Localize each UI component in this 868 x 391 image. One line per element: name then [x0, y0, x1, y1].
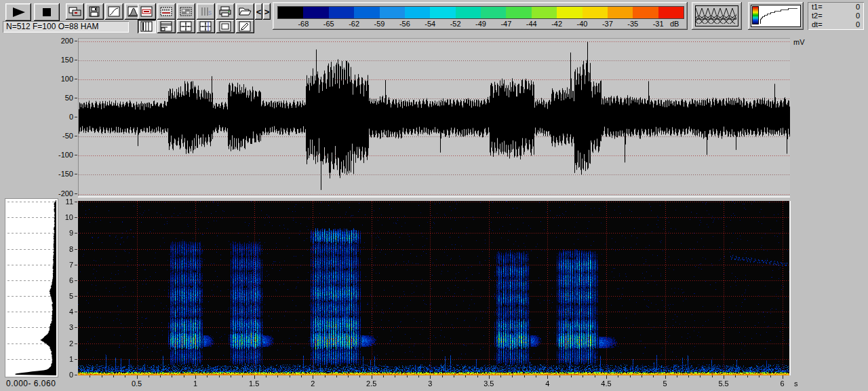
layout-rows-button[interactable]	[157, 20, 176, 33]
layout-columns-icon	[140, 21, 154, 32]
layout-frame-button[interactable]	[216, 20, 235, 33]
time-tick	[665, 375, 666, 379]
time-tick	[747, 375, 748, 377]
t1-value: 0	[856, 3, 860, 11]
time-tick	[536, 375, 536, 377]
spectrogram-ytick	[75, 312, 77, 312]
time-tick	[571, 375, 572, 377]
time-tick	[102, 375, 102, 377]
spectrogram-ytick	[75, 375, 77, 375]
oscillogram-ytick-label: -100	[41, 151, 73, 159]
play-button[interactable]	[5, 3, 31, 21]
fft-settings-status: N=512 F=100 O=88 HAM	[3, 21, 129, 33]
layout-columns-button[interactable]	[138, 20, 156, 33]
selection-button[interactable]	[177, 3, 195, 20]
time-tick	[724, 375, 724, 379]
time-tick	[290, 375, 290, 377]
time-tick-label: 3.5	[479, 379, 499, 388]
open-button[interactable]	[236, 3, 254, 20]
colorbar-segment	[481, 7, 506, 18]
oscillogram-ytick-label: 150	[41, 56, 73, 64]
print-icon	[218, 6, 233, 17]
spectrogram-ytick-label: 2	[53, 340, 73, 348]
layout-edit-button[interactable]	[236, 20, 254, 33]
contrast-curve-panel[interactable]	[748, 2, 804, 30]
oscillogram-unit-label: mV	[793, 38, 805, 46]
spectrogram-ytick	[75, 233, 77, 234]
colorbar-segment	[405, 7, 430, 18]
divider-bevel	[78, 196, 790, 198]
window-overlap-panel[interactable]	[692, 2, 742, 30]
oscillogram-ytick	[75, 117, 77, 117]
time-tick	[149, 375, 149, 377]
colorbar-tick-label: -65	[317, 20, 340, 28]
spectrogram-display[interactable]	[78, 201, 789, 375]
time-tick	[313, 375, 313, 379]
time-range-label: 0.000- 6.060	[6, 379, 56, 388]
colorbar-tick-label: -59	[368, 20, 391, 28]
time-tick-label: 4	[537, 379, 557, 388]
colorbar-segment	[532, 7, 557, 18]
stop-button[interactable]	[34, 3, 60, 21]
spectrogram-ytick-label: 4	[53, 308, 73, 316]
time-tick	[618, 375, 618, 377]
colorbar-segment	[354, 7, 379, 18]
time-tick	[595, 375, 595, 377]
spectrogram-ytick	[75, 359, 77, 360]
layout-grid-button[interactable]	[177, 20, 195, 33]
time-tick	[653, 375, 654, 377]
prev-button[interactable]: <	[255, 3, 262, 20]
oscillogram-ytick	[75, 193, 77, 194]
copy-window-button[interactable]	[66, 3, 84, 20]
mean-spectrum-panel[interactable]	[5, 198, 58, 377]
colorbar-gradient	[277, 6, 684, 19]
measure-icon	[159, 6, 174, 17]
time-tick	[359, 375, 360, 377]
time-tick	[219, 375, 220, 377]
colorbar-segment	[658, 7, 684, 18]
play-icon	[8, 6, 28, 18]
colorbar-tick-label: -44	[520, 20, 543, 28]
spectrogram-ytick-label: 8	[53, 246, 73, 253]
layout-grid-marker-button[interactable]	[197, 20, 215, 33]
colorbar-tick-label: -31	[647, 20, 670, 28]
colorbar-segment	[329, 7, 354, 18]
time-tick-label: 1.5	[244, 379, 264, 388]
open-icon	[238, 6, 252, 17]
dt-label: dt=	[812, 20, 823, 29]
time-tick-label: 5	[655, 379, 675, 388]
amplitude-curve-button[interactable]	[105, 3, 123, 20]
colorbar-tick-label: -62	[342, 20, 366, 28]
colorbar-segment	[633, 7, 658, 18]
time-tick-label: 3	[420, 379, 440, 388]
colorbar-segment	[583, 7, 608, 18]
spectrogram-ytick	[75, 249, 77, 250]
spectrogram-ytick-label: 9	[53, 229, 73, 237]
print-button[interactable]	[216, 3, 235, 20]
time-tick	[512, 375, 513, 377]
time-tick-label: 6	[772, 379, 793, 388]
time-tick	[454, 375, 454, 377]
svg-text:s: s	[208, 9, 212, 16]
save-button[interactable]	[85, 3, 104, 20]
layout-grid-marker-icon	[199, 21, 213, 32]
time-tick	[301, 375, 302, 377]
oscillogram-display[interactable]	[78, 38, 790, 197]
colorbar-panel[interactable]: -68-65-62-59-56-54-52-49-47-44-42-40-37-…	[273, 2, 688, 30]
measure-button[interactable]	[157, 3, 176, 20]
next-button[interactable]: >	[263, 3, 271, 20]
colorbar-segment	[303, 7, 328, 18]
colorbar-segment	[557, 7, 582, 18]
time-tick	[372, 375, 372, 379]
t2-label: t2=	[812, 12, 823, 20]
stop-icon	[37, 6, 57, 18]
save-icon	[87, 6, 102, 17]
marker-button[interactable]	[138, 3, 156, 20]
time-unit-label: s	[794, 379, 798, 388]
colorbar-tick-label: -54	[418, 20, 441, 28]
selection-icon	[179, 6, 193, 17]
time-tick-label: 2.5	[361, 379, 382, 388]
time-tick	[642, 375, 642, 377]
sample-settings-button[interactable]: s	[197, 3, 215, 20]
mean-spectrum-display	[5, 199, 58, 377]
